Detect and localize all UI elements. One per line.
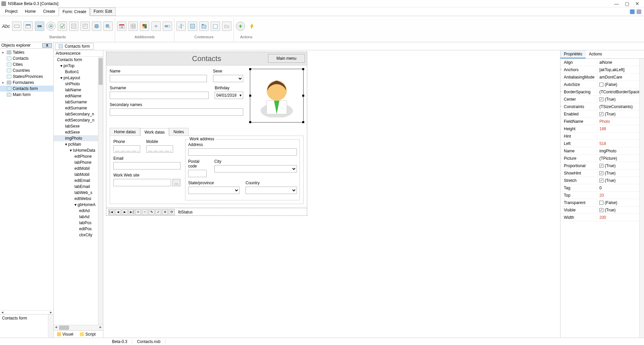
prop-value[interactable]: amDontCare bbox=[597, 75, 644, 80]
input-email[interactable] bbox=[113, 162, 180, 169]
nav-post-icon[interactable]: ✓ bbox=[155, 209, 161, 215]
checkbox-icon[interactable] bbox=[599, 201, 603, 205]
prop-value[interactable]: (False) bbox=[597, 82, 644, 87]
arbo-item[interactable]: labPhone bbox=[54, 159, 103, 165]
input-phone[interactable] bbox=[113, 145, 140, 153]
arbo-pntop[interactable]: ▾ pnTop bbox=[54, 63, 103, 69]
arbo-hscroll[interactable]: ◄► bbox=[54, 325, 103, 330]
input-postal[interactable] bbox=[188, 170, 207, 177]
nav-edit-icon[interactable]: ✎ bbox=[149, 209, 155, 215]
objects-explorer-close[interactable]: X bbox=[42, 43, 52, 48]
minimize-icon[interactable]: — bbox=[614, 1, 619, 6]
checkbox-icon[interactable]: ✓ bbox=[599, 112, 603, 116]
grid-tool-icon[interactable] bbox=[128, 21, 138, 31]
prop-value[interactable]: (False) bbox=[597, 200, 644, 205]
menu-project[interactable]: Project bbox=[1, 7, 21, 16]
menu-home[interactable]: Home bbox=[21, 7, 39, 16]
arbo-item[interactable]: edtEmail bbox=[54, 178, 103, 184]
nav-refresh-icon[interactable]: ⟳ bbox=[169, 209, 175, 215]
arbo-item[interactable]: shPhoto bbox=[54, 81, 103, 87]
prop-value[interactable]: 20 bbox=[597, 193, 644, 198]
prop-row[interactable]: Picture(TPicture) bbox=[560, 155, 644, 162]
folder-tool-icon[interactable] bbox=[222, 21, 231, 31]
arbo-item[interactable]: labPos bbox=[54, 220, 103, 226]
arbo-item[interactable]: labSecondary_n bbox=[54, 111, 103, 117]
arbo-gbhome[interactable]: ▾ gbHomeA bbox=[54, 202, 103, 208]
arbo-item[interactable]: labMobil bbox=[54, 171, 103, 178]
arbo-item[interactable]: labEmail bbox=[54, 184, 103, 190]
close-icon[interactable]: ✕ bbox=[635, 1, 639, 6]
arbo-item[interactable]: edtAd bbox=[54, 208, 103, 214]
input-name[interactable] bbox=[110, 75, 207, 82]
checkbox-icon[interactable]: ✓ bbox=[599, 179, 603, 183]
arbo-item[interactable]: edtPos bbox=[54, 226, 103, 232]
list-tool-icon[interactable] bbox=[69, 21, 78, 31]
main-menu-button[interactable]: Main menu bbox=[268, 54, 305, 63]
prop-value[interactable]: Photo bbox=[597, 119, 644, 124]
checkbox-icon[interactable] bbox=[599, 83, 603, 87]
checkbox-icon[interactable]: ✓ bbox=[599, 164, 603, 168]
prop-row[interactable]: BorderSpacing(TControlBorderSpacing bbox=[560, 88, 644, 96]
prop-value[interactable]: (TPicture) bbox=[597, 156, 644, 161]
tab-work-datas[interactable]: Work datas bbox=[140, 128, 169, 136]
properties-grid[interactable]: AlignalNoneAnchors[akTop,akLeft]Antialia… bbox=[560, 59, 644, 338]
nav-add-icon[interactable]: + bbox=[135, 209, 141, 215]
select-sexe[interactable] bbox=[213, 75, 243, 82]
progress-tool-icon[interactable] bbox=[163, 21, 172, 31]
ok-button-tool-icon[interactable]: OK bbox=[35, 21, 44, 31]
objects-tree[interactable]: ▾Tables Contacts Cities Countries States… bbox=[0, 49, 53, 310]
slider-tool-icon[interactable] bbox=[151, 21, 161, 31]
tree-table-countries[interactable]: Countries bbox=[13, 68, 30, 73]
prop-row[interactable]: Proportional✓(True) bbox=[560, 162, 644, 169]
prop-value[interactable]: ✓(True) bbox=[597, 97, 644, 102]
memo-tool-icon[interactable] bbox=[80, 21, 90, 31]
label-tool[interactable]: Abc bbox=[2, 23, 10, 29]
form-designer[interactable]: Contacts Main menu Name bbox=[106, 52, 307, 216]
select-country[interactable] bbox=[246, 187, 297, 194]
hscroll-left[interactable]: ◄ bbox=[1, 310, 4, 314]
prop-row[interactable]: Stretch✓(True) bbox=[560, 177, 644, 184]
prop-row[interactable]: Enabled✓(True) bbox=[560, 110, 644, 118]
dblookup-tool-icon[interactable] bbox=[103, 21, 113, 31]
prop-row[interactable]: Visible✓(True) bbox=[560, 206, 644, 214]
input-website[interactable] bbox=[113, 179, 171, 186]
arbo-root[interactable]: Contacts form bbox=[54, 57, 103, 63]
props-scrollbar[interactable] bbox=[639, 59, 644, 338]
prop-value[interactable]: ✓(True) bbox=[597, 208, 644, 212]
tree-form-contacts[interactable]: Contacts form bbox=[13, 86, 38, 91]
tree-forms[interactable]: Formulaires bbox=[13, 80, 34, 85]
prop-row[interactable]: NameimgPhoto bbox=[560, 147, 644, 155]
prop-value[interactable]: (TSizeConstraints) bbox=[597, 104, 644, 109]
prop-row[interactable]: AlignalNone bbox=[560, 59, 644, 66]
groupbox-tool-icon[interactable] bbox=[211, 21, 220, 31]
prop-value[interactable]: 0 bbox=[597, 186, 644, 190]
tab-notes[interactable]: Notes bbox=[169, 128, 188, 136]
checkbox-icon[interactable]: ✓ bbox=[599, 208, 603, 212]
input-address[interactable] bbox=[188, 148, 297, 156]
prop-row[interactable]: FieldNamePhoto bbox=[560, 118, 644, 125]
prop-value[interactable]: ✓(True) bbox=[597, 178, 644, 183]
hscroll-right[interactable]: ► bbox=[49, 310, 53, 314]
tree-tables[interactable]: Tables bbox=[13, 50, 24, 55]
prop-row[interactable]: Anchors[akTop,akLeft] bbox=[560, 66, 644, 73]
prop-value[interactable]: ✓(True) bbox=[597, 163, 644, 168]
nav-delete-icon[interactable]: − bbox=[142, 209, 148, 215]
arbo-item[interactable]: edtSecondary_n bbox=[54, 117, 103, 123]
add-action-icon[interactable]: + bbox=[236, 21, 245, 31]
checkbox-icon[interactable]: ✓ bbox=[599, 171, 603, 175]
color-tool-icon[interactable] bbox=[140, 21, 149, 31]
arbo-item[interactable]: cbxCity bbox=[54, 232, 103, 238]
textbox-tool-icon[interactable] bbox=[12, 21, 21, 31]
input-birthday[interactable]: 04/01/2018▾ bbox=[215, 92, 243, 99]
arbo-item[interactable]: labWeb_s bbox=[54, 190, 103, 196]
chevron-down-icon[interactable]: ▾ bbox=[239, 93, 241, 98]
tree-form-main[interactable]: Main form bbox=[13, 92, 31, 97]
select-city[interactable] bbox=[214, 165, 297, 172]
arbo-item[interactable]: labName bbox=[54, 87, 103, 93]
prop-row[interactable]: Transparent(False) bbox=[560, 199, 644, 206]
prop-value[interactable]: 200 bbox=[597, 215, 644, 220]
prop-value[interactable]: (TControlBorderSpacing bbox=[597, 90, 644, 94]
prop-row[interactable]: AutoSize(False) bbox=[560, 81, 644, 88]
tab-actions[interactable]: Actions bbox=[586, 50, 605, 58]
prop-row[interactable]: Tag0 bbox=[560, 184, 644, 192]
